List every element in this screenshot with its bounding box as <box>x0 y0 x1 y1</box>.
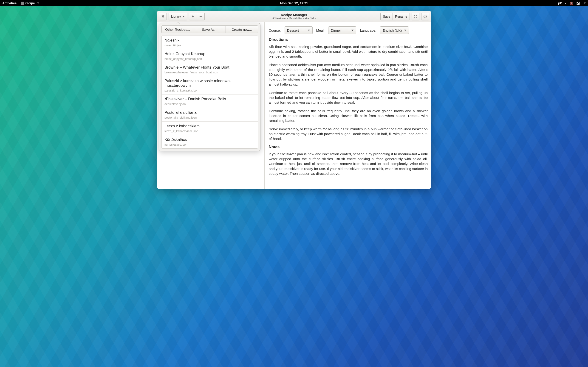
settings-button[interactable] <box>412 13 419 20</box>
recipe-list[interactable]: Naleśnikinaleśniki.jsonHeinz Copycat Ket… <box>162 35 258 149</box>
app-icon <box>21 2 24 5</box>
chevron-down-icon <box>37 2 39 4</box>
recipe-list-item[interactable]: Heinz Copycat Ketchupheinz_copycat_ketch… <box>162 49 258 63</box>
recipe-item-title: Brownie – Whatever Floats Your Boat <box>164 65 255 70</box>
gear-icon <box>414 15 418 19</box>
other-recipes-button[interactable]: Other Recipes... <box>162 25 194 33</box>
recipe-item-title: Leczo z kabaczkiem <box>164 124 255 128</box>
svg-point-0 <box>415 16 416 17</box>
language-label: Language: <box>360 28 376 32</box>
remove-button[interactable]: − <box>197 13 205 20</box>
chevron-down-icon <box>565 3 566 4</box>
printer-icon <box>423 15 427 19</box>
directions-p2: Place a seasoned aebleskiver pan over me… <box>269 62 428 86</box>
recipe-list-item[interactable]: Leczo z kabaczkiemleczo_z_kabaczkiem.jso… <box>162 122 258 135</box>
chevron-down-icon <box>183 16 185 17</box>
checkbox-indicator-icon[interactable] <box>577 2 580 5</box>
course-value: Dessert <box>287 28 299 32</box>
recipe-item-title: Pesto alla siciliana <box>164 110 255 115</box>
meta-row: Course: Dessert Meal: Dinner Language: E… <box>269 26 428 34</box>
close-button[interactable]: ✕ <box>159 13 167 20</box>
library-dropdown-button[interactable]: Library <box>169 13 187 20</box>
recipe-list-item[interactable]: Kürtőskalácskurtoskalacs.json <box>162 135 258 148</box>
detail-pane: Course: Dessert Meal: Dinner Language: E… <box>265 22 431 189</box>
recipe-item-filename: pesto_alla_siciliana.json <box>164 116 255 119</box>
directions-p3: Continue to rotate each pancake ball abo… <box>269 90 428 105</box>
zoom-group: + − <box>189 13 205 20</box>
save-as-button[interactable]: Save As... <box>194 25 226 33</box>
left-pane: A Other Recipes... Save As... Create new… <box>157 22 265 189</box>
recipe-list-item[interactable]: Æbleskiver – Danish Pancake Ballsaeblesk… <box>162 94 258 108</box>
notes-heading: Notes <box>269 145 428 149</box>
headerbar: ✕ Library + − Recipe Manager Æbleskiver … <box>157 11 431 22</box>
popover-action-row: Other Recipes... Save As... Create new..… <box>162 25 258 33</box>
course-combo[interactable]: Dessert <box>285 26 313 34</box>
app-window: ✕ Library + − Recipe Manager Æbleskiver … <box>157 11 431 189</box>
language-combo[interactable]: English (UK) <box>380 26 409 34</box>
content-area: A Other Recipes... Save As... Create new… <box>157 22 431 189</box>
chevron-down-icon[interactable] <box>584 2 586 4</box>
meal-label: Meal: <box>316 28 325 32</box>
save-button[interactable]: Save <box>380 13 393 20</box>
desktop-background: ✕ Library + − Recipe Manager Æbleskiver … <box>0 6 588 367</box>
chevron-down-icon <box>351 30 354 31</box>
gnome-topbar: Activities recipe Mon Dec 12, 12:21 pl1 <box>0 0 588 6</box>
print-button[interactable] <box>421 13 429 20</box>
meal-combo[interactable]: Dinner <box>328 26 356 34</box>
recipe-list-item[interactable]: Brownie – Whatever Floats Your Boatbrown… <box>162 63 258 76</box>
recipe-item-filename: aebleskiver.json <box>164 102 255 106</box>
chevron-down-icon <box>404 30 406 31</box>
app-menu[interactable]: recipe <box>21 1 39 5</box>
directions-heading: Directions <box>269 37 428 42</box>
recipe-item-title: Naleśniki <box>164 38 255 43</box>
recipe-list-item[interactable]: Paluszki z kurczaka w sosie miodowo-musz… <box>162 76 258 94</box>
recipe-list-item[interactable]: Naleśnikinaleśniki.json <box>162 36 258 49</box>
chevron-down-icon <box>308 30 310 31</box>
directions-p5: Serve immediately, or keep warm for as l… <box>269 127 428 141</box>
popover-arrow <box>175 22 180 24</box>
rename-button[interactable]: Rename <box>393 13 410 20</box>
recipe-item-filename: leczo_z_kabaczkiem.json <box>164 129 255 133</box>
recipe-item-filename: kurtoskalacs.json <box>164 143 255 146</box>
recipe-item-title: Heinz Copycat Ketchup <box>164 52 255 56</box>
language-value: English (UK) <box>382 28 402 32</box>
keyboard-layout-indicator[interactable]: pl1 <box>558 1 566 5</box>
app-menu-label: recipe <box>25 1 35 5</box>
activities-button[interactable]: Activities <box>2 1 17 5</box>
save-rename-group: Save Rename <box>380 13 410 20</box>
recipe-item-filename: naleśniki.json <box>164 44 255 47</box>
recipe-item-filename: paluszki_z_kurczaka.json <box>164 89 255 92</box>
volume-muted-icon[interactable] <box>570 1 573 5</box>
clock[interactable]: Mon Dec 12, 12:21 <box>280 1 308 5</box>
recipe-item-filename: brownie-whatever_floats_your_boat.json <box>164 71 255 74</box>
meal-value: Dinner <box>331 28 341 32</box>
library-dropdown-label: Library <box>171 15 181 18</box>
add-button[interactable]: + <box>189 13 197 20</box>
create-new-button[interactable]: Create new... <box>226 25 258 33</box>
recipe-item-title: Æbleskiver – Danish Pancake Balls <box>164 97 255 101</box>
recipe-list-item[interactable]: Pesto alla sicilianapesto_alla_siciliana… <box>162 108 258 122</box>
kb-layout-label: pl1 <box>558 1 563 5</box>
svg-rect-3 <box>424 17 426 18</box>
course-label: Course: <box>269 28 281 32</box>
recipe-item-title: Paluszki z kurczaka w sosie miodowo-musz… <box>164 79 255 88</box>
library-popover: Other Recipes... Save As... Create new..… <box>159 23 260 151</box>
notes-p1: If your ebelskiver pan is new and isn't … <box>269 152 428 176</box>
recipe-item-title: Kürtőskalács <box>164 137 255 142</box>
directions-p4: Continue baking, rotating the balls freq… <box>269 108 428 123</box>
directions-p1: Sift flour with salt, baking powder, gra… <box>269 44 428 59</box>
recipe-item-filename: heinz_copycat_ketchup.json <box>164 57 255 60</box>
